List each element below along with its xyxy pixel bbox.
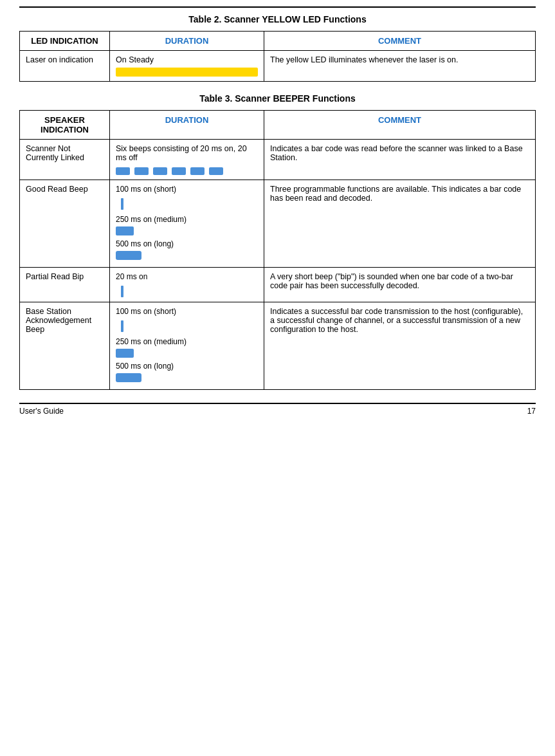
duration-label-20ms: 20 ms on [116,272,258,281]
on-steady-text: On Steady [116,55,258,64]
duration-1: Six beeps consisting of 20 ms on, 20 ms … [110,140,264,180]
beep-bar-4 [172,167,186,175]
beep-bar-5 [190,167,205,175]
table-row: Good Read Beep 100 ms on (short) 250 ms … [20,180,536,268]
duration-2: 100 ms on (short) 250 ms on (medium) 500… [110,180,264,268]
speaker-indication-2: Good Read Beep [20,180,110,268]
speaker-indication-4: Base Station Acknowledgement Beep [20,302,110,390]
duration-label-medium2: 250 ms on (medium) [116,337,258,346]
duration-4: 100 ms on (short) 250 ms on (medium) 500… [110,302,264,390]
beep-bar-3 [153,167,167,175]
top-border [19,6,536,8]
duration-3: 20 ms on [110,268,264,302]
footer-left: User's Guide [19,407,64,416]
medium-bar-2 [116,349,134,358]
table2-col2-header: DURATION [110,111,264,140]
led-comment: The yellow LED illuminates whenever the … [264,51,536,82]
table2-beeper: SPEAKER INDICATION DURATION COMMENT Scan… [19,110,536,390]
thin-bar-3 [121,320,123,332]
led-indication: Laser on indication [20,51,110,82]
duration-label-medium: 250 ms on (medium) [116,215,258,224]
yellow-bar [116,68,258,77]
comment-1: Indicates a bar code was read before the… [264,140,536,180]
duration-label-short2: 100 ms on (short) [116,307,258,316]
medium-bar-1 [116,226,134,235]
beep-bar-1 [116,167,130,175]
duration-label-short: 100 ms on (short) [116,185,258,194]
table1-col2-header: DURATION [110,32,264,51]
led-duration: On Steady [110,51,264,82]
comment-4: Indicates a successful bar code transmis… [264,302,536,390]
beep-bar-2 [134,167,149,175]
comment-3: A very short beep ("bip") is sounded whe… [264,268,536,302]
comment-2: Three programmable functions are availab… [264,180,536,268]
table1-yellow-led: LED INDICATION DURATION COMMENT Laser on… [19,31,536,82]
table2-title: Table 3. Scanner BEEPER Functions [19,93,536,104]
table-row: Laser on indication On Steady The yellow… [20,51,536,82]
table-row: Scanner Not Currently Linked Six beeps c… [20,140,536,180]
footer-right: 17 [527,407,536,416]
long-bar-1 [116,251,141,260]
table-row: Base Station Acknowledgement Beep 100 ms… [20,302,536,390]
table1-title: Table 2. Scanner YELLOW LED Functions [19,14,536,24]
table2-col3-header: COMMENT [264,111,536,140]
beep-bar-6 [209,167,223,175]
table2-col1-header: SPEAKER INDICATION [20,111,110,140]
thin-bar-1 [121,198,123,210]
table1-col3-header: COMMENT [264,32,536,51]
footer: User's Guide 17 [19,403,536,416]
thin-bar-2 [121,286,123,297]
duration-text-1: Six beeps consisting of 20 ms on, 20 ms … [116,144,247,162]
table-row: Partial Read Bip 20 ms on A very short b… [20,268,536,302]
table1-col1-header: LED INDICATION [20,32,110,51]
duration-label-long: 500 ms on (long) [116,239,258,248]
duration-label-long2: 500 ms on (long) [116,362,258,371]
speaker-indication-3: Partial Read Bip [20,268,110,302]
long-bar-2 [116,373,141,382]
six-beep-bars [116,166,258,175]
speaker-indication-1: Scanner Not Currently Linked [20,140,110,180]
